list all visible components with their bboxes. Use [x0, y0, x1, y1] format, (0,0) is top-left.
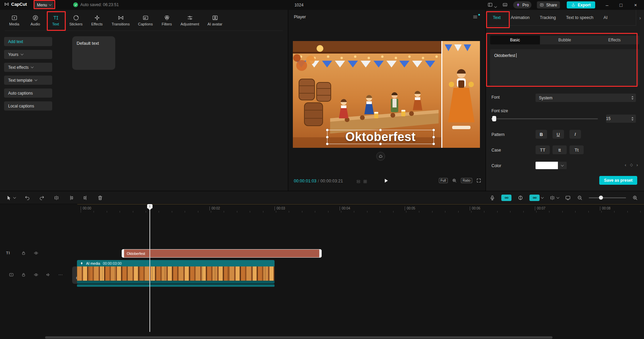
text-clip-oktoberfest[interactable]: Oktoberfest — [122, 249, 322, 258]
video-preview[interactable]: Oktoberfest — [293, 41, 480, 148]
select-tool-button[interactable] — [6, 195, 16, 201]
selection-handle-right[interactable] — [432, 136, 435, 138]
video-track-visibility-icon[interactable] — [34, 272, 39, 277]
layout-switch-icon[interactable] — [487, 2, 493, 7]
video-track-lock-icon[interactable] — [21, 272, 26, 277]
lowercase-button[interactable]: tt — [552, 145, 567, 154]
video-clip-ai-media[interactable]: AI media 00:00:03:00 — [77, 260, 275, 284]
color-diamond-icon[interactable] — [629, 163, 633, 167]
track-rows-icon[interactable] — [356, 179, 361, 184]
preview-zoom-icon[interactable] — [452, 178, 457, 183]
delete-clip-button[interactable] — [97, 195, 103, 201]
track-grid-icon[interactable] — [363, 179, 367, 184]
tab-text-properties[interactable]: Text — [493, 15, 501, 20]
selection-handle-bottom-left[interactable] — [326, 143, 328, 145]
uppercase-button[interactable]: TT — [536, 145, 550, 154]
zoom-out-button[interactable] — [577, 195, 583, 201]
color-dropdown-button[interactable] — [558, 162, 567, 169]
pro-button[interactable]: Pro — [513, 1, 531, 8]
sidebar-item-yours[interactable]: Yours — [4, 50, 52, 59]
save-as-preset-button[interactable]: Save as preset — [599, 176, 637, 185]
font-select-stepper[interactable] — [631, 96, 633, 100]
titlecase-button[interactable]: Tt — [569, 145, 584, 154]
cloud-sync-button[interactable] — [376, 152, 385, 161]
subtab-bubble[interactable]: Bubble — [540, 36, 590, 44]
timeline-zoom-handle[interactable] — [599, 196, 603, 200]
tab-filters[interactable]: Filters — [158, 10, 176, 31]
next-color-icon[interactable]: › — [637, 162, 638, 167]
font-size-field[interactable]: 15 — [606, 115, 636, 123]
shortcut-keyboard-icon[interactable] — [502, 2, 508, 7]
redo-button[interactable] — [39, 195, 45, 201]
menu-button[interactable]: Menu — [35, 1, 54, 8]
close-button[interactable]: × — [630, 0, 641, 10]
fullscreen-icon[interactable] — [476, 178, 481, 183]
text-track-visibility-icon[interactable] — [34, 251, 39, 256]
layout-chevron-icon[interactable] — [495, 4, 497, 8]
text-selection-box[interactable] — [327, 130, 434, 144]
video-track-more-icon[interactable]: ··· — [58, 272, 63, 277]
display-settings-icon[interactable] — [565, 195, 571, 201]
tab-stickers[interactable]: Stickers — [66, 10, 85, 31]
tab-animation[interactable]: Animation — [511, 15, 530, 20]
font-select[interactable]: System — [536, 94, 636, 102]
underline-button[interactable]: U — [552, 130, 564, 139]
video-track-mute-icon[interactable] — [46, 272, 51, 277]
minimize-button[interactable]: – — [601, 0, 613, 10]
delete-right-button[interactable] — [83, 195, 88, 201]
collapse-panel-button[interactable]: › — [636, 10, 644, 26]
italic-button[interactable]: I — [569, 130, 581, 139]
motion-preview-icon[interactable] — [518, 195, 523, 201]
tab-audio[interactable]: Audio — [26, 10, 45, 31]
tab-text[interactable]: Text — [47, 10, 64, 31]
font-size-stepper[interactable] — [631, 117, 633, 121]
bold-button[interactable]: B — [536, 130, 547, 139]
zoom-in-button[interactable] — [632, 195, 638, 201]
share-button[interactable]: Share — [537, 1, 560, 8]
subtab-basic[interactable]: Basic — [490, 36, 540, 44]
delete-left-button[interactable] — [68, 195, 74, 201]
text-track-lock-icon[interactable] — [21, 251, 26, 256]
ratio-button[interactable]: Ratio — [461, 178, 472, 183]
default-text-card[interactable]: Default text — [72, 36, 115, 70]
maximize-button[interactable]: □ — [615, 0, 627, 10]
tab-media[interactable]: Media — [5, 10, 24, 31]
font-size-slider-handle[interactable] — [492, 116, 496, 121]
selection-handle-bottom[interactable] — [379, 143, 382, 145]
timeline-horizontal-scrollbar[interactable] — [45, 336, 552, 339]
selection-handle-left[interactable] — [326, 136, 328, 138]
subtab-effects[interactable]: Effects — [589, 36, 639, 44]
tab-ai-avatar[interactable]: AI avatar — [204, 10, 226, 31]
selection-handle-top[interactable] — [379, 129, 382, 131]
font-size-slider[interactable] — [491, 118, 598, 119]
undo-button[interactable] — [24, 195, 30, 201]
selection-handle-top-right[interactable] — [432, 129, 435, 131]
playhead-handle[interactable] — [147, 204, 153, 208]
full-preview-button[interactable]: Full — [439, 178, 448, 183]
play-button[interactable] — [383, 178, 389, 184]
record-voiceover-icon[interactable] — [489, 195, 495, 201]
player-menu-button[interactable] — [472, 14, 478, 20]
tab-transitions[interactable]: Transitions — [108, 10, 133, 31]
tab-adjustment[interactable]: Adjustment — [178, 10, 202, 31]
sidebar-item-auto-captions[interactable]: Auto captions — [4, 88, 52, 98]
tab-text-to-speech[interactable]: Text to speech — [566, 15, 593, 20]
playhead-line[interactable] — [149, 204, 150, 332]
sidebar-item-local-captions[interactable]: Local captions — [4, 101, 52, 111]
sidebar-item-text-effects[interactable]: Text effects — [4, 63, 52, 72]
export-button[interactable]: Export — [567, 1, 595, 8]
selection-handle-bottom-right[interactable] — [432, 143, 435, 145]
color-swatch[interactable] — [536, 162, 558, 169]
selection-handle-top-left[interactable] — [326, 129, 328, 131]
sidebar-item-add-text[interactable]: Add text — [4, 37, 52, 46]
split-mode-dropdown[interactable] — [549, 195, 559, 201]
timeline-ruler[interactable]: 00:00 00:02 00:03 00:04 00:05 00:06 00:0… — [0, 204, 644, 214]
text-content-input[interactable]: Oktoberfest — [490, 49, 639, 85]
tab-effects[interactable]: Effects — [87, 10, 106, 31]
timeline-zoom-slider[interactable] — [589, 197, 626, 198]
split-button[interactable] — [54, 195, 59, 201]
link-clips-toggle[interactable] — [529, 195, 543, 201]
tab-ai[interactable]: AI — [604, 15, 608, 20]
tab-captions[interactable]: Captions — [135, 10, 156, 31]
smart-edit-toggle[interactable] — [501, 195, 511, 201]
